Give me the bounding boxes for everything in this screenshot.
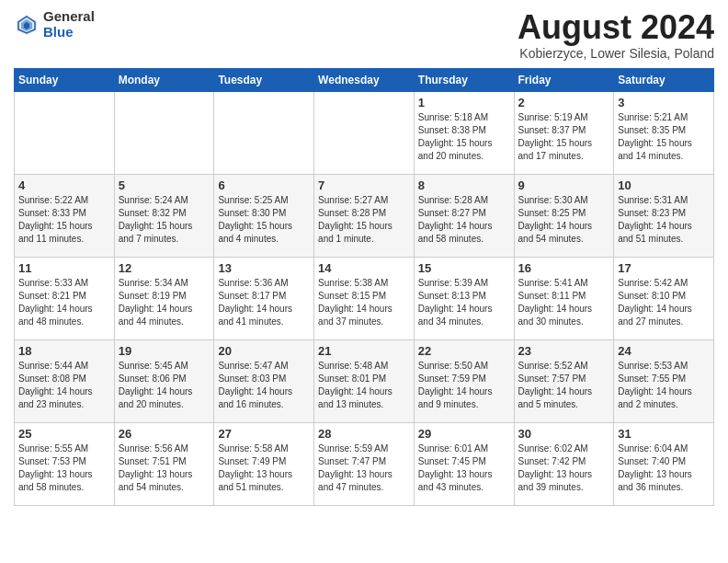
day-info: Sunrise: 5:19 AM Sunset: 8:37 PM Dayligh… (518, 111, 610, 163)
header-tuesday: Tuesday (214, 68, 314, 91)
day-number: 4 (18, 178, 110, 192)
day-info: Sunrise: 5:27 AM Sunset: 8:28 PM Dayligh… (318, 194, 410, 246)
header-thursday: Thursday (414, 68, 514, 91)
day-number: 22 (418, 344, 510, 358)
calendar-week-row: 4Sunrise: 5:22 AM Sunset: 8:33 PM Daylig… (15, 174, 714, 257)
day-number: 28 (318, 427, 410, 441)
calendar-cell: 12Sunrise: 5:34 AM Sunset: 8:19 PM Dayli… (114, 257, 214, 339)
day-info: Sunrise: 5:59 AM Sunset: 7:47 PM Dayligh… (318, 442, 410, 494)
day-info: Sunrise: 5:48 AM Sunset: 8:01 PM Dayligh… (318, 360, 410, 411)
location-subtitle: Kobierzyce, Lower Silesia, Poland (518, 46, 714, 61)
day-number: 26 (119, 427, 210, 441)
calendar-cell: 30Sunrise: 6:02 AM Sunset: 7:42 PM Dayli… (514, 422, 614, 505)
day-number: 7 (318, 178, 410, 192)
calendar-cell (314, 91, 415, 174)
day-info: Sunrise: 5:34 AM Sunset: 8:19 PM Dayligh… (119, 277, 210, 328)
day-number: 18 (18, 344, 110, 358)
day-info: Sunrise: 5:18 AM Sunset: 8:38 PM Dayligh… (418, 111, 510, 163)
calendar-cell: 20Sunrise: 5:47 AM Sunset: 8:03 PM Dayli… (214, 339, 314, 422)
calendar-cell: 9Sunrise: 5:30 AM Sunset: 8:25 PM Daylig… (514, 174, 614, 257)
day-info: Sunrise: 5:50 AM Sunset: 7:59 PM Dayligh… (418, 360, 510, 411)
calendar-week-row: 11Sunrise: 5:33 AM Sunset: 8:21 PM Dayli… (15, 257, 714, 339)
day-info: Sunrise: 6:04 AM Sunset: 7:40 PM Dayligh… (618, 442, 710, 494)
day-number: 10 (618, 178, 710, 192)
day-number: 29 (418, 427, 510, 441)
header-saturday: Saturday (614, 68, 714, 91)
calendar-cell: 27Sunrise: 5:58 AM Sunset: 7:49 PM Dayli… (214, 422, 314, 505)
calendar-cell (214, 91, 314, 174)
logo-blue-text: Blue (43, 25, 95, 40)
logo-general-text: General (43, 9, 95, 25)
day-number: 21 (318, 344, 410, 358)
day-info: Sunrise: 5:56 AM Sunset: 7:51 PM Dayligh… (119, 442, 210, 494)
calendar-cell (114, 91, 214, 174)
calendar-cell: 1Sunrise: 5:18 AM Sunset: 8:38 PM Daylig… (414, 91, 514, 174)
day-number: 9 (518, 178, 610, 192)
day-number: 20 (218, 344, 310, 358)
day-info: Sunrise: 5:22 AM Sunset: 8:33 PM Dayligh… (18, 194, 110, 246)
calendar-cell: 22Sunrise: 5:50 AM Sunset: 7:59 PM Dayli… (414, 339, 514, 422)
calendar-cell: 16Sunrise: 5:41 AM Sunset: 8:11 PM Dayli… (514, 257, 614, 339)
month-title: August 2024 (518, 9, 714, 46)
calendar-table: SundayMondayTuesdayWednesdayThursdayFrid… (14, 68, 714, 506)
day-number: 5 (119, 178, 210, 192)
calendar-cell: 3Sunrise: 5:21 AM Sunset: 8:35 PM Daylig… (614, 91, 714, 174)
calendar-cell: 29Sunrise: 6:01 AM Sunset: 7:45 PM Dayli… (414, 422, 514, 505)
header-monday: Monday (114, 68, 214, 91)
day-number: 19 (119, 344, 210, 358)
calendar-cell: 24Sunrise: 5:53 AM Sunset: 7:55 PM Dayli… (614, 339, 714, 422)
calendar-week-row: 18Sunrise: 5:44 AM Sunset: 8:08 PM Dayli… (15, 339, 714, 422)
calendar-cell: 10Sunrise: 5:31 AM Sunset: 8:23 PM Dayli… (614, 174, 714, 257)
day-number: 31 (618, 427, 710, 441)
day-number: 27 (218, 427, 310, 441)
day-number: 16 (518, 261, 610, 275)
calendar-cell: 4Sunrise: 5:22 AM Sunset: 8:33 PM Daylig… (15, 174, 115, 257)
day-number: 2 (518, 96, 610, 109)
day-number: 30 (518, 427, 610, 441)
calendar-cell: 23Sunrise: 5:52 AM Sunset: 7:57 PM Dayli… (514, 339, 614, 422)
header-sunday: Sunday (15, 68, 115, 91)
logo-text: General Blue (43, 9, 95, 40)
day-number: 24 (618, 344, 710, 358)
day-info: Sunrise: 5:24 AM Sunset: 8:32 PM Dayligh… (119, 194, 210, 246)
calendar-cell: 15Sunrise: 5:39 AM Sunset: 8:13 PM Dayli… (414, 257, 514, 339)
calendar-cell: 13Sunrise: 5:36 AM Sunset: 8:17 PM Dayli… (214, 257, 314, 339)
calendar-cell: 11Sunrise: 5:33 AM Sunset: 8:21 PM Dayli… (15, 257, 115, 339)
day-info: Sunrise: 5:53 AM Sunset: 7:55 PM Dayligh… (618, 360, 710, 411)
day-number: 23 (518, 344, 610, 358)
day-number: 13 (218, 261, 310, 275)
calendar-cell: 17Sunrise: 5:42 AM Sunset: 8:10 PM Dayli… (614, 257, 714, 339)
header-wednesday: Wednesday (314, 68, 415, 91)
calendar-cell: 26Sunrise: 5:56 AM Sunset: 7:51 PM Dayli… (114, 422, 214, 505)
calendar-cell (15, 91, 115, 174)
day-info: Sunrise: 5:36 AM Sunset: 8:17 PM Dayligh… (218, 277, 310, 328)
day-info: Sunrise: 5:31 AM Sunset: 8:23 PM Dayligh… (618, 194, 710, 246)
header-friday: Friday (514, 68, 614, 91)
day-info: Sunrise: 5:30 AM Sunset: 8:25 PM Dayligh… (518, 194, 610, 246)
day-info: Sunrise: 5:45 AM Sunset: 8:06 PM Dayligh… (119, 360, 210, 411)
day-info: Sunrise: 5:25 AM Sunset: 8:30 PM Dayligh… (218, 194, 310, 246)
calendar-cell: 19Sunrise: 5:45 AM Sunset: 8:06 PM Dayli… (114, 339, 214, 422)
calendar-cell: 25Sunrise: 5:55 AM Sunset: 7:53 PM Dayli… (15, 422, 115, 505)
day-number: 17 (618, 261, 710, 275)
calendar-week-row: 25Sunrise: 5:55 AM Sunset: 7:53 PM Dayli… (15, 422, 714, 505)
day-info: Sunrise: 6:02 AM Sunset: 7:42 PM Dayligh… (518, 442, 610, 494)
day-number: 1 (418, 96, 510, 109)
day-info: Sunrise: 5:21 AM Sunset: 8:35 PM Dayligh… (618, 111, 710, 163)
calendar-cell: 2Sunrise: 5:19 AM Sunset: 8:37 PM Daylig… (514, 91, 614, 174)
calendar-week-row: 1Sunrise: 5:18 AM Sunset: 8:38 PM Daylig… (15, 91, 714, 174)
day-number: 8 (418, 178, 510, 192)
day-number: 11 (18, 261, 110, 275)
day-info: Sunrise: 5:52 AM Sunset: 7:57 PM Dayligh… (518, 360, 610, 411)
calendar-cell: 21Sunrise: 5:48 AM Sunset: 8:01 PM Dayli… (314, 339, 415, 422)
logo-icon (14, 12, 40, 38)
calendar-cell: 8Sunrise: 5:28 AM Sunset: 8:27 PM Daylig… (414, 174, 514, 257)
calendar-cell: 31Sunrise: 6:04 AM Sunset: 7:40 PM Dayli… (614, 422, 714, 505)
day-number: 12 (119, 261, 210, 275)
calendar-header-row: SundayMondayTuesdayWednesdayThursdayFrid… (15, 68, 714, 91)
calendar-cell: 5Sunrise: 5:24 AM Sunset: 8:32 PM Daylig… (114, 174, 214, 257)
page-header: General Blue August 2024 Kobierzyce, Low… (14, 9, 714, 61)
day-info: Sunrise: 5:39 AM Sunset: 8:13 PM Dayligh… (418, 277, 510, 328)
day-info: Sunrise: 5:42 AM Sunset: 8:10 PM Dayligh… (618, 277, 710, 328)
calendar-cell: 28Sunrise: 5:59 AM Sunset: 7:47 PM Dayli… (314, 422, 415, 505)
